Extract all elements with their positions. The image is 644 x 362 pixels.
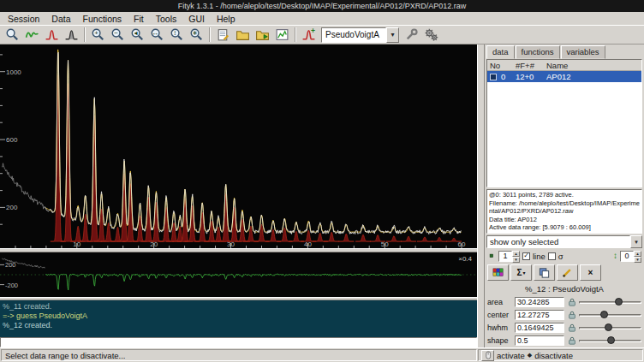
slider-groove bbox=[579, 301, 641, 304]
diamond-icon: ◆ bbox=[528, 352, 532, 359]
param-slider-center[interactable] bbox=[579, 310, 641, 320]
tab-functions[interactable]: functions bbox=[516, 45, 560, 59]
sigma-label: σ bbox=[558, 252, 564, 261]
cell-functions: 12+0 bbox=[514, 72, 545, 81]
chevron-down-icon[interactable]: ▾ bbox=[386, 27, 399, 43]
param-row-shape: shape bbox=[485, 334, 644, 347]
settings-button[interactable] bbox=[421, 26, 441, 44]
slider-thumb[interactable] bbox=[600, 311, 608, 318]
shift-arrows-icon[interactable]: ↕ bbox=[613, 252, 617, 260]
command-input[interactable] bbox=[0, 337, 477, 347]
zoom-all-button[interactable]: ∗ bbox=[187, 26, 206, 44]
slider-thumb[interactable] bbox=[607, 336, 615, 344]
tab-data[interactable]: data bbox=[486, 45, 515, 59]
show-sum-button[interactable]: Σ▾ bbox=[510, 264, 532, 281]
guess-peak-button[interactable]: + bbox=[299, 26, 319, 44]
menu-session[interactable]: Session bbox=[2, 12, 45, 25]
column-header-name[interactable]: Name bbox=[544, 61, 641, 70]
console-line: =-> guess PseudoVoigtA bbox=[3, 312, 474, 321]
execute-script-button[interactable] bbox=[253, 26, 272, 44]
tab-variables[interactable]: variables bbox=[561, 45, 605, 59]
line-label: line bbox=[533, 252, 546, 261]
svg-text:−: − bbox=[114, 29, 118, 37]
param-input-hwhm[interactable] bbox=[515, 323, 564, 333]
delete-button[interactable]: × bbox=[580, 264, 601, 281]
status-message: Select data range to disactivate... bbox=[1, 349, 477, 361]
mode-activate-button[interactable] bbox=[62, 26, 81, 44]
parameter-panel: areacenterhwhmshape bbox=[485, 295, 644, 347]
sigma-checkbox[interactable] bbox=[548, 252, 556, 260]
filter-dropdown[interactable]: show only selected ▾ bbox=[486, 235, 642, 248]
table-row[interactable]: 012+0AP012 bbox=[487, 71, 641, 82]
slider-thumb[interactable] bbox=[605, 323, 612, 331]
zoom-in-button[interactable]: + bbox=[88, 26, 108, 44]
zoom-vertical-button[interactable]: ↕ bbox=[167, 26, 187, 44]
lock-icon[interactable] bbox=[566, 335, 577, 346]
activate-label: activate bbox=[497, 351, 525, 360]
param-input-area[interactable] bbox=[515, 297, 564, 307]
column-header-functions[interactable]: #F+# bbox=[513, 61, 544, 70]
draw-style-button[interactable] bbox=[557, 264, 578, 281]
menu-help[interactable]: Help bbox=[211, 12, 242, 25]
main-plot-canvas[interactable]: 1020304050602006001000 bbox=[0, 45, 477, 248]
console-line: %_11 created. bbox=[3, 302, 474, 312]
menubar: SessionDataFunctionsFitToolsGUIHelp bbox=[0, 12, 644, 25]
svg-text:↔: ↔ bbox=[152, 29, 159, 37]
param-slider-area[interactable] bbox=[579, 297, 641, 307]
lock-icon[interactable] bbox=[566, 296, 577, 307]
shift-spinner[interactable]: 0 ▴ ▾ bbox=[620, 251, 641, 262]
menu-tools[interactable]: Tools bbox=[150, 12, 183, 25]
svg-text:600: 600 bbox=[6, 136, 18, 144]
param-slider-shape[interactable] bbox=[579, 335, 641, 346]
row-checkbox[interactable] bbox=[490, 74, 497, 80]
mode-add-peak-button[interactable] bbox=[42, 26, 62, 44]
toolbar: +−◂↔↕∗+PseudoVoigtA▾ bbox=[0, 25, 644, 45]
function-type-dropdown[interactable]: PseudoVoigtA▾ bbox=[321, 27, 399, 43]
cell-name: AP012 bbox=[545, 72, 641, 81]
spin-down-icon[interactable]: ▾ bbox=[512, 257, 520, 263]
aux-plot[interactable]: 200-200×0.4 bbox=[0, 252, 477, 297]
param-input-center[interactable] bbox=[515, 310, 564, 320]
fit-button[interactable] bbox=[402, 26, 421, 44]
zoom-out-button[interactable]: − bbox=[108, 26, 128, 44]
main-plot[interactable]: 1020304050602006001000 bbox=[0, 45, 477, 248]
svg-text:×0.4: ×0.4 bbox=[458, 255, 472, 263]
mode-zoom-button[interactable] bbox=[3, 26, 22, 44]
param-label-area: area bbox=[487, 298, 513, 306]
export-image-button[interactable] bbox=[272, 26, 292, 44]
sidebar-splitter[interactable] bbox=[477, 45, 485, 347]
menu-fit[interactable]: Fit bbox=[128, 12, 150, 25]
mode-data-range-button[interactable] bbox=[22, 26, 42, 44]
line-checkbox[interactable]: ✓ bbox=[522, 252, 530, 260]
menu-functions[interactable]: Functions bbox=[77, 12, 128, 25]
column-header-no[interactable]: No bbox=[487, 61, 513, 70]
spin-up-icon[interactable]: ▴ bbox=[634, 251, 641, 257]
point-size-spinner[interactable]: 1 ▴ ▾ bbox=[498, 251, 520, 262]
zoom-horizontal-button[interactable]: ↔ bbox=[147, 26, 167, 44]
chevron-down-icon[interactable]: ▾ bbox=[630, 235, 642, 248]
mouse-mode-button[interactable] bbox=[481, 350, 494, 361]
shift-value: 0 bbox=[620, 251, 634, 262]
zoom-previous-button[interactable]: ◂ bbox=[128, 26, 147, 44]
window-title: Fityk 1.3.1 - /home/aleplo/test/Desktop/… bbox=[178, 2, 467, 10]
edit-script-button[interactable] bbox=[213, 26, 233, 44]
param-input-shape[interactable] bbox=[515, 335, 564, 346]
spin-down-icon[interactable]: ▾ bbox=[634, 257, 641, 263]
spin-up-icon[interactable]: ▴ bbox=[512, 251, 520, 257]
dataset-table: No#F+#Name 012+0AP012 bbox=[486, 59, 642, 187]
param-slider-hwhm[interactable] bbox=[579, 323, 641, 333]
info-line: Active data range: [5.9079 : 60.009] bbox=[489, 223, 640, 232]
svg-text:+: + bbox=[94, 29, 98, 37]
slider-thumb[interactable] bbox=[615, 298, 623, 306]
menu-data[interactable]: Data bbox=[45, 12, 76, 25]
point-size-value: 1 bbox=[498, 251, 512, 262]
lock-icon[interactable] bbox=[566, 309, 577, 320]
open-session-button[interactable] bbox=[233, 26, 253, 44]
stack-button[interactable] bbox=[534, 264, 555, 281]
aux-plot-canvas[interactable]: 200-200×0.4 bbox=[0, 252, 477, 297]
svg-text:∗: ∗ bbox=[192, 29, 198, 37]
menu-gui[interactable]: GUI bbox=[182, 12, 211, 25]
sidebar: datafunctionsvariables No#F+#Name 012+0A… bbox=[485, 45, 644, 347]
colors-button[interactable] bbox=[487, 264, 509, 281]
lock-icon[interactable] bbox=[566, 322, 577, 333]
